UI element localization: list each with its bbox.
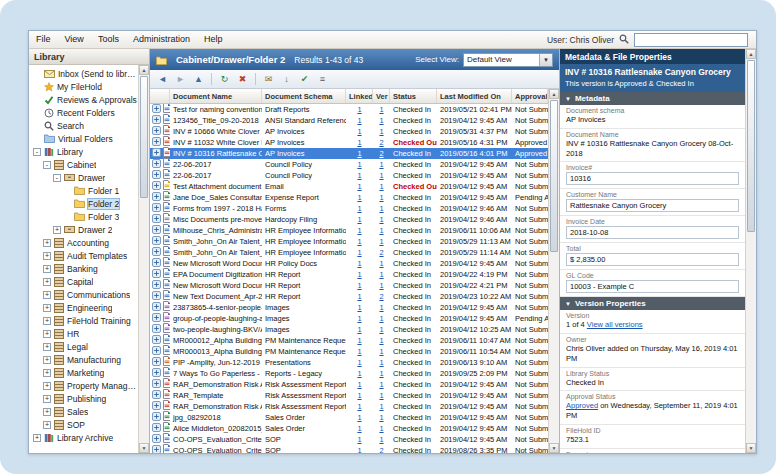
linked-link[interactable]: 1 xyxy=(357,160,361,169)
table-row[interactable]: Forms from 1997 - 2018 HardcopiesForms11… xyxy=(150,203,548,214)
table-row[interactable]: 7 Ways To Go Paperless - Final - (002)Re… xyxy=(150,368,548,379)
sidebar-item-library-archive[interactable]: +Library Archive xyxy=(29,431,138,444)
sidebar-item-capital[interactable]: +Capital xyxy=(29,275,138,288)
scroll-down-icon[interactable]: ▼ xyxy=(139,443,149,453)
linked-link[interactable]: 1 xyxy=(357,424,361,433)
sidebar-item-drawer-2[interactable]: +Drawer 2 xyxy=(29,223,138,236)
column-header-status[interactable]: Status xyxy=(390,89,437,103)
ver-link[interactable]: 1 xyxy=(379,281,383,290)
linked-link[interactable]: 1 xyxy=(357,347,361,356)
linked-link[interactable]: 1 xyxy=(357,358,361,367)
scroll-up-icon[interactable]: ▲ xyxy=(549,89,559,99)
ver-link[interactable]: 1 xyxy=(379,215,383,224)
tree-expander-icon[interactable]: - xyxy=(53,174,61,182)
linked-link[interactable]: 1 xyxy=(357,226,361,235)
scroll-up-icon[interactable]: ▲ xyxy=(139,65,149,75)
field-value[interactable]: 2018-10-08 xyxy=(566,226,739,239)
tree-expander-icon[interactable]: + xyxy=(43,356,51,364)
table-row[interactable]: Test for naming conventions_2019-0...Dra… xyxy=(150,104,548,115)
table-row[interactable]: Misc Documents pre-moveHardcopy Filing11… xyxy=(150,214,548,225)
sidebar-item-folder-1[interactable]: Folder 1 xyxy=(29,184,138,197)
sidebar-item-folder-2[interactable]: Folder 2 xyxy=(29,197,138,210)
tree-expander-icon[interactable]: + xyxy=(43,252,51,260)
sidebar-item-marketing[interactable]: +Marketing xyxy=(29,366,138,379)
linked-link[interactable]: 1 xyxy=(357,380,361,389)
table-row[interactable]: MR000012_Alpha Building_201_2019...PM Ma… xyxy=(150,335,548,346)
menu-item-tools[interactable]: Tools xyxy=(91,31,126,48)
ver-link[interactable]: 1 xyxy=(379,369,383,378)
ver-link[interactable]: 1 xyxy=(379,193,383,202)
linked-link[interactable]: 1 xyxy=(357,303,361,312)
sidebar-item-inbox-send-to-library[interactable]: Inbox (Send to library) xyxy=(29,67,138,80)
linked-link[interactable]: 1 xyxy=(357,182,361,191)
table-row[interactable]: New Microsoft Word Document_Exp...HR Pol… xyxy=(150,258,548,269)
menu-item-file[interactable]: File xyxy=(29,31,58,48)
ver-link[interactable]: 1 xyxy=(379,171,383,180)
column-header-schema[interactable]: Document Schema xyxy=(262,89,346,103)
sidebar-item-virtual-folders[interactable]: Virtual Folders xyxy=(29,132,138,145)
table-row[interactable]: two-people-laughing-BKV/AXTImages11Check… xyxy=(150,324,548,335)
sidebar-item-audit-templates[interactable]: +Audit Templates xyxy=(29,249,138,262)
ver-link[interactable]: 1 xyxy=(379,347,383,356)
ver-link[interactable]: 1 xyxy=(379,413,383,422)
tree-expander-icon[interactable]: - xyxy=(43,161,51,169)
sidebar-item-property-management-maint-ser[interactable]: +Property Management Maint & Ser xyxy=(29,379,138,392)
field-value[interactable]: 10003 - Example C xyxy=(566,280,739,293)
checkout-icon[interactable]: ✔ xyxy=(297,72,312,86)
linked-link[interactable]: 1 xyxy=(357,281,361,290)
sidebar-item-drawer[interactable]: -Drawer xyxy=(29,171,138,184)
linked-link[interactable]: 1 xyxy=(357,292,361,301)
sidebar-item-engineering[interactable]: +Engineering xyxy=(29,301,138,314)
table-row[interactable]: New Microsoft Word Document_Apr-...HR Re… xyxy=(150,280,548,291)
sidebar-item-accounting[interactable]: +Accounting xyxy=(29,236,138,249)
scrollbar-thumb[interactable] xyxy=(550,100,558,252)
more-icon[interactable]: ≡ xyxy=(315,72,330,86)
table-row[interactable]: group-of-people-laughing-around-tab...Im… xyxy=(150,313,548,324)
linked-link[interactable]: 1 xyxy=(357,325,361,334)
ver-link[interactable]: 1 xyxy=(379,237,383,246)
menu-item-administration[interactable]: Administration xyxy=(126,31,197,48)
scroll-down-icon[interactable]: ▼ xyxy=(746,443,756,453)
tree-expander-icon[interactable]: - xyxy=(33,148,41,156)
sidebar-item-reviews-approvals[interactable]: Reviews & Approvals xyxy=(29,93,138,106)
sidebar-item-library[interactable]: -Library xyxy=(29,145,138,158)
linked-link[interactable]: 1 xyxy=(357,446,361,453)
back-icon[interactable]: ◄ xyxy=(155,72,170,86)
section-header-metadata[interactable]: ▼Metadata xyxy=(560,92,745,105)
up-icon[interactable]: ▲ xyxy=(191,72,206,86)
linked-link[interactable]: 1 xyxy=(357,435,361,444)
linked-link[interactable]: 1 xyxy=(357,116,361,125)
ver-link[interactable]: 1 xyxy=(379,105,383,114)
linked-link[interactable]: 1 xyxy=(357,237,361,246)
section-header-version-properties[interactable]: ▼Version Properties xyxy=(560,297,745,310)
column-header-approval[interactable]: Approval Status xyxy=(512,89,548,103)
field-value[interactable]: 10316 xyxy=(566,172,739,185)
forward-icon[interactable]: ► xyxy=(173,72,188,86)
tree-expander-icon[interactable]: + xyxy=(43,343,51,351)
tree-expander-icon[interactable]: + xyxy=(43,408,51,416)
ver-link[interactable]: 2 xyxy=(379,149,383,158)
ver-link[interactable]: 1 xyxy=(379,160,383,169)
table-row[interactable]: CO-OPS_Evaluation_Criteria_for_Wat...SOP… xyxy=(150,434,548,445)
sidebar-item-recent-folders[interactable]: Recent Folders xyxy=(29,106,138,119)
field-link[interactable]: View all versions xyxy=(587,320,643,329)
table-row[interactable]: 23873865-4-senior-people-laughingImages1… xyxy=(150,302,548,313)
search-input[interactable] xyxy=(634,33,748,47)
menu-item-view[interactable]: View xyxy=(58,31,91,48)
tree-expander-icon[interactable]: + xyxy=(53,226,61,234)
table-row[interactable]: INV # 10666 White Clover Markets 8-...AP… xyxy=(150,126,548,137)
linked-link[interactable]: 1 xyxy=(357,248,361,257)
ver-link[interactable]: 1 xyxy=(379,336,383,345)
tree-expander-icon[interactable]: + xyxy=(43,382,51,390)
field-value[interactable]: Rattlesnake Canyon Grocery xyxy=(566,199,739,212)
linked-link[interactable]: 1 xyxy=(357,215,361,224)
sidebar-item-banking[interactable]: +Banking xyxy=(29,262,138,275)
linked-link[interactable]: 1 xyxy=(357,171,361,180)
ver-link[interactable]: 2 xyxy=(379,138,383,147)
ver-link[interactable]: 1 xyxy=(379,127,383,136)
linked-link[interactable]: 1 xyxy=(357,105,361,114)
table-row[interactable]: 22-06-2017Council Policy11Checked In2019… xyxy=(150,159,548,170)
grid-scrollbar[interactable]: ▲ ▼ xyxy=(548,89,559,453)
linked-link[interactable]: 1 xyxy=(357,193,361,202)
linked-link[interactable]: 1 xyxy=(357,413,361,422)
